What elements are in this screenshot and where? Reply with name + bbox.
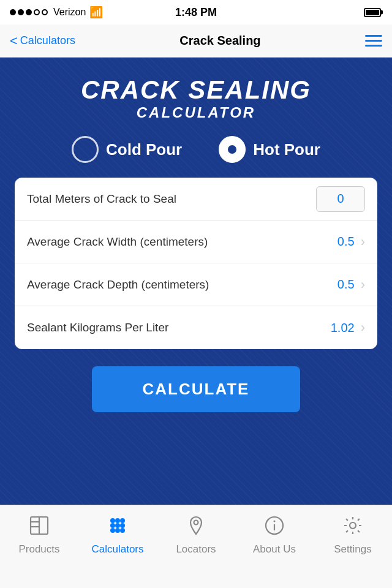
pin-icon [183,513,209,538]
status-bar: Verizon 📶 1:48 PM [0,0,392,24]
field-value-meters [316,186,365,212]
menu-button[interactable] [365,35,382,47]
form-card: Total Meters of Crack to Seal Average Cr… [15,178,377,349]
tab-locators-label: Locators [176,543,216,556]
tab-settings[interactable]: Settings [319,513,386,556]
tab-settings-label: Settings [334,543,371,556]
menu-line-3 [365,45,382,47]
form-row-sealant[interactable]: Sealant Kilograms Per Liter 1.02 › [15,306,377,349]
hot-pour-option[interactable]: Hot Pour [219,136,320,163]
form-row-meters: Total Meters of Crack to Seal [15,178,377,221]
cold-pour-label: Cold Pour [106,140,182,159]
battery-icon [364,8,382,17]
width-chevron-icon: › [361,234,365,250]
hot-pour-radio[interactable] [219,136,246,163]
sealant-value: 1.02 [331,321,355,335]
width-value: 0.5 [337,235,355,249]
svg-point-13 [194,521,198,525]
grid-icon [105,513,130,538]
signal-dots [10,7,50,18]
field-label-width: Average Crack Width (centimeters) [27,235,337,249]
carrier-label: Verizon [53,7,86,18]
page-title: CRACK SEALING CALCULATOR [81,76,311,121]
form-row-width[interactable]: Average Crack Width (centimeters) 0.5 › [15,221,377,263]
tab-products-label: Products [18,543,59,556]
field-label-meters: Total Meters of Crack to Seal [27,192,316,206]
menu-line-2 [365,40,382,42]
depth-value: 0.5 [337,277,355,292]
svg-point-11 [115,528,120,533]
field-value-width: 0.5 › [337,234,365,250]
form-row-depth[interactable]: Average Crack Depth (centimeters) 0.5 › [15,263,377,306]
time-display: 1:48 PM [175,6,217,19]
wifi-icon: 📶 [89,6,103,19]
tab-locators[interactable]: Locators [162,513,230,556]
back-chevron-icon: < [10,33,18,49]
meters-input[interactable] [316,186,365,212]
svg-point-12 [120,528,125,533]
tab-calculators[interactable]: Calculators [84,513,151,556]
book-icon [26,513,52,538]
field-value-depth: 0.5 › [337,277,365,293]
tab-calculators-label: Calculators [91,543,143,556]
field-label-depth: Average Crack Depth (centimeters) [27,278,337,292]
page-title-sub: CALCULATOR [81,104,311,121]
back-label: Calculators [20,34,75,47]
pour-selector: Cold Pour Hot Pour [15,136,377,163]
cold-pour-option[interactable]: Cold Pour [72,136,182,163]
svg-point-5 [115,518,120,523]
svg-point-16 [274,521,276,522]
calculate-button[interactable]: CALCULATE [92,366,300,412]
svg-point-9 [120,523,125,528]
hot-pour-label: Hot Pour [253,140,320,159]
field-label-sealant: Sealant Kilograms Per Liter [27,321,331,334]
tab-bar: Products Calculators Locators [0,505,392,588]
svg-point-10 [110,528,115,533]
main-content: CRACK SEALING CALCULATOR Cold Pour Hot P… [0,58,392,505]
page-title-main: CRACK SEALING [81,76,311,104]
info-icon [262,513,287,538]
gear-icon [340,513,366,538]
tab-about-label: About Us [253,543,296,556]
sealant-chevron-icon: › [361,320,365,336]
svg-point-17 [350,522,356,529]
back-button[interactable]: < Calculators [10,33,75,49]
svg-point-8 [115,523,120,528]
tab-products[interactable]: Products [6,513,73,556]
svg-point-7 [110,523,115,528]
depth-chevron-icon: › [361,277,365,293]
nav-bar: < Calculators Crack Sealing [0,24,392,58]
menu-line-1 [365,35,382,37]
nav-title: Crack Sealing [179,34,260,48]
svg-point-6 [120,518,125,523]
svg-point-4 [110,518,115,523]
cold-pour-radio[interactable] [72,136,99,163]
tab-about[interactable]: About Us [241,513,308,556]
field-value-sealant: 1.02 › [331,320,365,336]
